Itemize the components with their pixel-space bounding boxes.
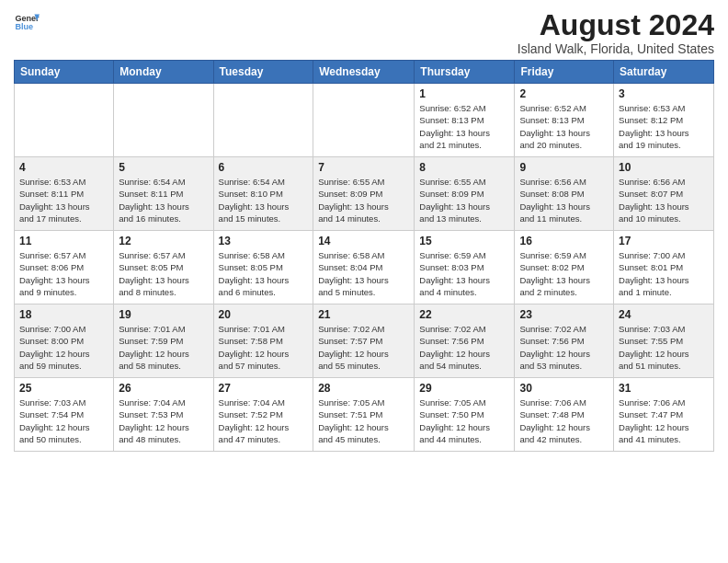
day-info: Sunrise: 7:04 AM Sunset: 7:52 PM Dayligh… (219, 396, 309, 445)
calendar-cell: 12Sunrise: 6:57 AM Sunset: 8:05 PM Dayli… (114, 231, 213, 304)
calendar-cell: 6Sunrise: 6:54 AM Sunset: 8:10 PM Daylig… (213, 157, 313, 231)
day-info: Sunrise: 7:02 AM Sunset: 7:56 PM Dayligh… (419, 323, 509, 372)
day-info: Sunrise: 6:53 AM Sunset: 8:12 PM Dayligh… (619, 102, 709, 151)
day-info: Sunrise: 6:56 AM Sunset: 8:07 PM Dayligh… (619, 176, 709, 224)
day-info: Sunrise: 7:06 AM Sunset: 7:47 PM Dayligh… (619, 396, 709, 445)
day-info: Sunrise: 7:03 AM Sunset: 7:55 PM Dayligh… (619, 323, 709, 372)
calendar-cell: 28Sunrise: 7:05 AM Sunset: 7:51 PM Dayli… (313, 378, 415, 452)
calendar-cell: 20Sunrise: 7:01 AM Sunset: 7:58 PM Dayli… (213, 304, 313, 378)
calendar-cell: 8Sunrise: 6:55 AM Sunset: 8:09 PM Daylig… (415, 157, 515, 231)
calendar-cell: 29Sunrise: 7:05 AM Sunset: 7:50 PM Dayli… (415, 378, 515, 452)
calendar-cell: 11Sunrise: 6:57 AM Sunset: 8:06 PM Dayli… (15, 231, 114, 304)
day-info: Sunrise: 7:02 AM Sunset: 7:56 PM Dayligh… (519, 323, 609, 372)
day-number: 30 (519, 382, 609, 395)
calendar-cell: 19Sunrise: 7:01 AM Sunset: 7:59 PM Dayli… (114, 304, 213, 378)
page-header: General Blue August 2024 Island Walk, Fl… (14, 9, 714, 56)
day-info: Sunrise: 7:00 AM Sunset: 8:01 PM Dayligh… (619, 249, 709, 298)
day-number: 12 (119, 235, 208, 247)
day-info: Sunrise: 6:59 AM Sunset: 8:02 PM Dayligh… (519, 249, 609, 298)
day-number: 26 (119, 382, 208, 395)
calendar-cell: 23Sunrise: 7:02 AM Sunset: 7:56 PM Dayli… (515, 304, 614, 378)
day-info: Sunrise: 7:02 AM Sunset: 7:57 PM Dayligh… (318, 323, 409, 372)
day-info: Sunrise: 7:05 AM Sunset: 7:51 PM Dayligh… (318, 396, 409, 445)
day-number: 7 (318, 161, 409, 174)
calendar-cell: 22Sunrise: 7:02 AM Sunset: 7:56 PM Dayli… (415, 304, 515, 378)
day-number: 24 (619, 308, 709, 321)
calendar-cell: 3Sunrise: 6:53 AM Sunset: 8:12 PM Daylig… (614, 84, 714, 157)
day-number: 19 (119, 308, 208, 321)
day-number: 9 (519, 161, 609, 174)
day-info: Sunrise: 7:04 AM Sunset: 7:53 PM Dayligh… (119, 396, 208, 445)
calendar-cell: 26Sunrise: 7:04 AM Sunset: 7:53 PM Dayli… (114, 378, 213, 452)
calendar-cell: 30Sunrise: 7:06 AM Sunset: 7:48 PM Dayli… (515, 378, 614, 452)
logo-icon: General Blue (14, 9, 40, 35)
day-info: Sunrise: 7:06 AM Sunset: 7:48 PM Dayligh… (519, 396, 609, 445)
day-number: 29 (419, 382, 509, 395)
calendar-cell: 14Sunrise: 6:58 AM Sunset: 8:04 PM Dayli… (313, 231, 415, 304)
day-number: 2 (519, 87, 609, 100)
title-section: August 2024 Island Walk, Florida, United… (518, 9, 714, 56)
day-info: Sunrise: 7:00 AM Sunset: 8:00 PM Dayligh… (19, 323, 108, 372)
day-info: Sunrise: 6:58 AM Sunset: 8:05 PM Dayligh… (219, 249, 309, 298)
svg-text:Blue: Blue (15, 22, 33, 31)
calendar-cell: 31Sunrise: 7:06 AM Sunset: 7:47 PM Dayli… (614, 378, 714, 452)
week-row-3: 11Sunrise: 6:57 AM Sunset: 8:06 PM Dayli… (15, 231, 714, 304)
calendar-cell: 10Sunrise: 6:56 AM Sunset: 8:07 PM Dayli… (614, 157, 714, 231)
calendar-cell: 7Sunrise: 6:55 AM Sunset: 8:09 PM Daylig… (313, 157, 415, 231)
day-number: 1 (419, 87, 509, 100)
calendar-header-row: Sunday Monday Tuesday Wednesday Thursday… (15, 61, 714, 84)
calendar-cell: 5Sunrise: 6:54 AM Sunset: 8:11 PM Daylig… (114, 157, 213, 231)
header-saturday: Saturday (614, 61, 714, 84)
calendar-cell: 15Sunrise: 6:59 AM Sunset: 8:03 PM Dayli… (415, 231, 515, 304)
day-number: 31 (619, 382, 709, 395)
calendar-cell: 17Sunrise: 7:00 AM Sunset: 8:01 PM Dayli… (614, 231, 714, 304)
calendar-cell: 24Sunrise: 7:03 AM Sunset: 7:55 PM Dayli… (614, 304, 714, 378)
day-number: 10 (619, 161, 709, 174)
day-info: Sunrise: 6:53 AM Sunset: 8:11 PM Dayligh… (19, 176, 108, 224)
header-tuesday: Tuesday (213, 61, 313, 84)
day-info: Sunrise: 6:59 AM Sunset: 8:03 PM Dayligh… (419, 249, 509, 298)
day-info: Sunrise: 6:58 AM Sunset: 8:04 PM Dayligh… (318, 249, 409, 298)
calendar-cell: 2Sunrise: 6:52 AM Sunset: 8:13 PM Daylig… (515, 84, 614, 157)
calendar-cell (313, 84, 415, 157)
day-number: 3 (619, 87, 709, 100)
day-info: Sunrise: 6:52 AM Sunset: 8:13 PM Dayligh… (419, 102, 509, 151)
day-info: Sunrise: 7:01 AM Sunset: 7:58 PM Dayligh… (219, 323, 309, 372)
header-thursday: Thursday (415, 61, 515, 84)
day-number: 6 (219, 161, 309, 174)
week-row-4: 18Sunrise: 7:00 AM Sunset: 8:00 PM Dayli… (15, 304, 714, 378)
day-number: 18 (19, 308, 108, 321)
header-friday: Friday (515, 61, 614, 84)
day-number: 11 (19, 235, 108, 247)
week-row-1: 1Sunrise: 6:52 AM Sunset: 8:13 PM Daylig… (15, 84, 714, 157)
day-number: 27 (219, 382, 309, 395)
calendar-cell (213, 84, 313, 157)
day-info: Sunrise: 6:55 AM Sunset: 8:09 PM Dayligh… (318, 176, 409, 224)
day-number: 22 (419, 308, 509, 321)
calendar-cell: 16Sunrise: 6:59 AM Sunset: 8:02 PM Dayli… (515, 231, 614, 304)
day-info: Sunrise: 6:54 AM Sunset: 8:10 PM Dayligh… (219, 176, 309, 224)
day-number: 17 (619, 235, 709, 247)
calendar-table: Sunday Monday Tuesday Wednesday Thursday… (14, 60, 714, 452)
day-info: Sunrise: 6:56 AM Sunset: 8:08 PM Dayligh… (519, 176, 609, 224)
day-number: 23 (519, 308, 609, 321)
week-row-5: 25Sunrise: 7:03 AM Sunset: 7:54 PM Dayli… (15, 378, 714, 452)
day-info: Sunrise: 6:54 AM Sunset: 8:11 PM Dayligh… (119, 176, 208, 224)
day-number: 14 (318, 235, 409, 247)
header-sunday: Sunday (15, 61, 114, 84)
day-number: 25 (19, 382, 108, 395)
day-info: Sunrise: 6:57 AM Sunset: 8:05 PM Dayligh… (119, 249, 208, 298)
day-info: Sunrise: 6:57 AM Sunset: 8:06 PM Dayligh… (19, 249, 108, 298)
calendar-cell (15, 84, 114, 157)
day-info: Sunrise: 7:03 AM Sunset: 7:54 PM Dayligh… (19, 396, 108, 445)
calendar-cell: 13Sunrise: 6:58 AM Sunset: 8:05 PM Dayli… (213, 231, 313, 304)
day-number: 4 (19, 161, 108, 174)
calendar-cell: 1Sunrise: 6:52 AM Sunset: 8:13 PM Daylig… (415, 84, 515, 157)
day-number: 8 (419, 161, 509, 174)
day-number: 15 (419, 235, 509, 247)
calendar-cell: 25Sunrise: 7:03 AM Sunset: 7:54 PM Dayli… (15, 378, 114, 452)
day-info: Sunrise: 6:52 AM Sunset: 8:13 PM Dayligh… (519, 102, 609, 151)
day-info: Sunrise: 7:05 AM Sunset: 7:50 PM Dayligh… (419, 396, 509, 445)
logo: General Blue (14, 9, 40, 35)
calendar-cell: 4Sunrise: 6:53 AM Sunset: 8:11 PM Daylig… (15, 157, 114, 231)
